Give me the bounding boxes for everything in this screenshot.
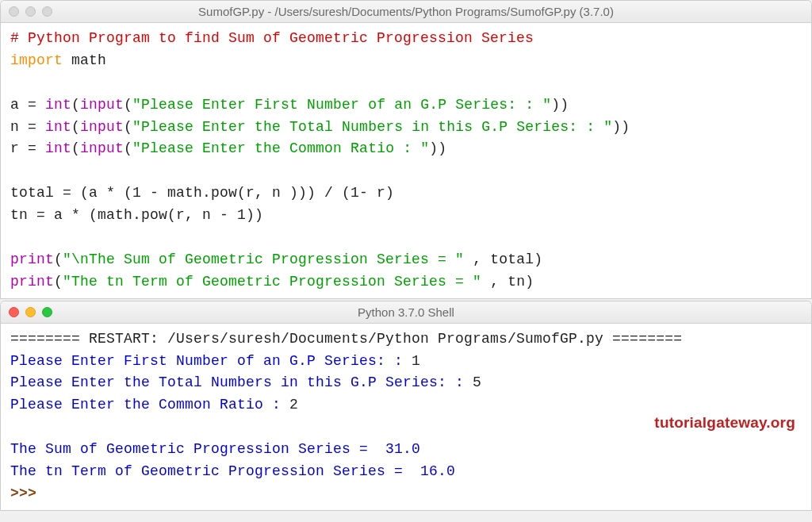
code-text: ( [71,119,80,135]
code-text: r = [10,140,45,156]
code-text: )) [429,140,446,156]
builtin-input: input [80,140,124,156]
watermark-text: tutorialgateway.org [654,411,795,434]
shell-content[interactable]: ======== RESTART: /Users/suresh/Document… [1,324,811,510]
user-input: 5 [473,374,481,390]
editor-window: SumofGP.py - /Users/suresh/Documents/Pyt… [0,0,812,299]
builtin-int: int [45,119,71,135]
editor-content[interactable]: # Python Program to find Sum of Geometri… [1,23,811,298]
minimize-icon[interactable] [25,307,36,317]
code-text: n = [10,119,45,135]
editor-titlebar: SumofGP.py - /Users/suresh/Documents/Pyt… [1,1,811,23]
editor-title: SumofGP.py - /Users/suresh/Documents/Pyt… [9,5,803,18]
code-line: total = (a * (1 - math.pow(r, n ))) / (1… [10,185,394,201]
shell-prompt-text: Please Enter the Common Ratio : [10,397,289,413]
builtin-print: print [10,251,54,267]
import-module: math [63,52,106,68]
code-line: tn = a * (math.pow(r, n - 1)) [10,207,263,223]
maximize-icon[interactable] [42,6,52,17]
shell-prompt-text: Please Enter the Total Numbers in this G… [10,374,473,390]
code-text: )) [612,119,630,135]
close-icon[interactable] [9,307,19,317]
string-literal: "The tn Term of Geometric Progression Se… [63,274,481,290]
string-literal: "\nThe Sum of Geometric Progression Seri… [63,251,464,267]
shell-prompt-cursor: >>> [10,486,45,501]
minimize-icon[interactable] [25,6,36,17]
import-keyword: import [10,52,63,68]
shell-titlebar: Python 3.7.0 Shell [1,301,811,324]
builtin-print: print [10,274,54,290]
shell-title: Python 3.7.0 Shell [9,305,803,319]
code-text: ( [124,97,132,113]
code-text: )) [551,97,569,113]
builtin-input: input [80,97,124,113]
code-text: ( [71,140,80,156]
shell-output: The Sum of Geometric Progression Series … [10,441,420,457]
restart-line: ======== RESTART: /Users/suresh/Document… [10,331,682,347]
builtin-int: int [45,97,71,113]
maximize-icon[interactable] [42,307,52,317]
code-text: , tn) [481,274,534,290]
string-literal: "Please Enter the Common Ratio : " [132,140,429,156]
close-icon[interactable] [9,6,19,17]
code-text: a = [10,97,45,113]
shell-prompt-text: Please Enter First Number of an G.P Seri… [10,353,412,369]
code-text: ( [124,140,132,156]
shell-window: Python 3.7.0 Shell ======== RESTART: /Us… [0,301,812,511]
editor-traffic-lights [9,6,52,17]
string-literal: "Please Enter First Number of an G.P Ser… [132,97,551,113]
builtin-int: int [45,140,71,156]
builtin-input: input [80,119,124,135]
shell-output: The tn Term of Geometric Progression Ser… [10,463,455,479]
string-literal: "Please Enter the Total Numbers in this … [132,119,612,135]
code-comment: # Python Program to find Sum of Geometri… [10,30,534,46]
code-text: ( [71,97,80,113]
code-text: ( [124,119,132,135]
code-text: ( [54,274,63,290]
shell-traffic-lights [9,307,52,317]
user-input: 1 [412,353,420,369]
code-text: , total) [464,251,542,267]
user-input: 2 [289,397,298,413]
code-text: ( [54,251,63,267]
